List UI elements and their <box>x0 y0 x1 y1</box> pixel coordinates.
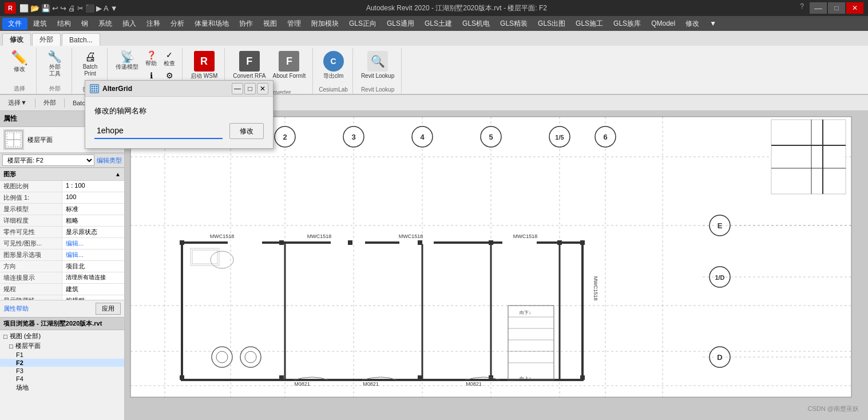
menu-xiezuo[interactable]: 协作 <box>235 18 257 30</box>
dialog-close-btn[interactable]: ✕ <box>257 83 268 94</box>
view-thumbnail <box>3 129 24 150</box>
menu-tichang[interactable]: 体量和场地 <box>190 18 233 30</box>
svg-rect-59 <box>180 375 184 380</box>
prop-row-graphicsopts: 图形显示选项 编辑... <box>0 249 124 261</box>
window-minimize[interactable]: — <box>810 2 827 14</box>
qa-3d[interactable]: ⬛ <box>85 4 94 13</box>
tab-modify[interactable]: 修改 <box>2 33 31 46</box>
menu-glsjidian[interactable]: GLS机电 <box>458 18 494 30</box>
dialog-input-row: 修改 <box>94 123 264 139</box>
svg-rect-65 <box>489 240 493 245</box>
tab-batch[interactable]: Batch... <box>62 33 100 46</box>
pb-item-f1[interactable]: F1 <box>0 351 124 359</box>
menu-charu[interactable]: 插入 <box>118 18 141 30</box>
svg-text:2: 2 <box>283 133 287 141</box>
view-dropdown[interactable]: 楼层平面: F2 <box>2 154 94 166</box>
dialog-submit-btn[interactable]: 修改 <box>229 123 264 139</box>
menu-jianzhu[interactable]: 建筑 <box>29 18 51 30</box>
qa-measure[interactable]: ✂ <box>77 4 84 13</box>
sel-divider1 <box>35 98 35 108</box>
ribbon-btn-aboutFormIt[interactable]: F About FormIt <box>270 49 308 81</box>
menu-fenxi[interactable]: 分析 <box>166 18 189 30</box>
pb-item-site[interactable]: 场地 <box>0 383 124 393</box>
pb-item-f4[interactable]: F4 <box>0 375 124 383</box>
menu-bar: 文件 建筑 结构 钢 系统 插入 注释 分析 体量和场地 协作 视图 管理 附加… <box>0 16 868 31</box>
menu-glszhengxiang[interactable]: GLS正向 <box>344 18 381 30</box>
menu-shitu[interactable]: 视图 <box>259 18 282 30</box>
qa-undo[interactable]: ↩ <box>52 4 58 13</box>
floor-plan-svg: 1 1/1 2 3 4 5 1/5 6 E <box>125 111 868 420</box>
menu-jiegou[interactable]: 结构 <box>53 18 76 30</box>
svg-text:4: 4 <box>420 133 425 141</box>
qa-open[interactable]: 📂 <box>30 4 39 13</box>
pb-item-floorplan[interactable]: □ 楼层平面 <box>0 341 124 351</box>
menu-glstongyong[interactable]: GLS通用 <box>382 18 419 30</box>
pb-item-views[interactable]: □ 视图 (全部) <box>0 331 124 341</box>
menu-glsshigong[interactable]: GLS施工 <box>571 18 608 30</box>
ribbon-btn-modify[interactable]: ✏️ 修改 <box>9 49 30 74</box>
qa-redo[interactable]: ↪ <box>60 4 66 13</box>
properties-title: 属性 <box>3 114 17 124</box>
menu-xitong[interactable]: 系统 <box>94 18 117 30</box>
props-footer: 属性帮助 应用 <box>0 300 124 317</box>
qa-new[interactable]: ⬜ <box>19 4 29 13</box>
svg-rect-60 <box>279 240 284 245</box>
dialog-titlebar[interactable]: AlterGrid — □ ✕ <box>85 81 273 97</box>
canvas-area[interactable]: 1 1/1 2 3 4 5 1/5 6 E <box>125 111 868 420</box>
ribbon-group-external: 🔧 外部工具 外部 <box>38 48 72 94</box>
ribbon-btn-revitlookup[interactable]: 🔍 Revit Lookup <box>359 49 397 81</box>
watermark: CSDN @南楚巫妖 <box>808 405 859 413</box>
ribbon-btn-transfer[interactable]: 📡 传递模型 <box>113 49 141 72</box>
window-maximize[interactable]: □ <box>828 2 845 14</box>
ribbon-btn-help[interactable]: ❓ 帮助 <box>143 49 159 69</box>
edit-type-link[interactable]: 编辑类型 <box>97 156 122 165</box>
tab-wabu[interactable]: 外部 <box>32 33 61 46</box>
qa-render[interactable]: ▶ <box>96 4 102 13</box>
menu-wenjian[interactable]: 文件 <box>2 18 27 30</box>
ribbon-btn-exportclm[interactable]: C 导出clm <box>321 49 346 81</box>
menu-fujiamokuai[interactable]: 附加模块 <box>307 18 343 30</box>
sel-btn-select[interactable]: 选择▼ <box>5 97 30 108</box>
menu-glschutu[interactable]: GLS出图 <box>533 18 570 30</box>
ribbon-btn-wsm[interactable]: R 启动 WSM <box>188 49 220 81</box>
ribbon-group-cesium: C 导出clm CesiumLab <box>314 48 353 94</box>
svg-rect-93 <box>91 85 98 92</box>
menu-glstujian[interactable]: GLS土建 <box>420 18 457 30</box>
menu-guanli[interactable]: 管理 <box>283 18 306 30</box>
svg-text:1/D: 1/D <box>715 274 724 281</box>
prop-section-graphics[interactable]: 图形 ▲ <box>0 168 124 181</box>
help-btn[interactable]: ? <box>795 2 808 14</box>
qa-save[interactable]: 💾 <box>41 4 50 13</box>
alter-grid-dialog: AlterGrid — □ ✕ 修改的轴网名称 修改 <box>85 80 274 149</box>
props-apply-btn[interactable]: 应用 <box>96 303 121 315</box>
menu-gang[interactable]: 钢 <box>77 18 93 30</box>
svg-text:MWC1518: MWC1518 <box>210 233 235 239</box>
props-help-link[interactable]: 属性帮助 <box>3 304 29 313</box>
menu-zhushi[interactable]: 注释 <box>142 18 165 30</box>
dialog-axis-name-input[interactable] <box>94 123 223 139</box>
menu-qmodel[interactable]: QModel <box>647 18 680 29</box>
svg-text:MWC1518: MWC1518 <box>399 233 423 239</box>
qa-settings[interactable]: ▼ <box>110 4 118 13</box>
ribbon-btn-check[interactable]: ✓ 检查 <box>161 49 177 69</box>
ribbon-btn-batch[interactable]: 🖨 BatchPrint <box>80 49 101 79</box>
menu-glszuku[interactable]: GLS族库 <box>609 18 645 30</box>
svg-text:MWC1518: MWC1518 <box>513 233 538 239</box>
pb-item-f3[interactable]: F3 <box>0 367 124 375</box>
svg-text:5: 5 <box>489 133 493 141</box>
window-close[interactable]: ✕ <box>846 2 863 14</box>
dialog-restore-btn[interactable]: □ <box>244 83 256 94</box>
ribbon-btn-wabu[interactable]: 🔧 外部工具 <box>45 49 65 79</box>
menu-xiugai[interactable]: 修改 <box>681 18 704 30</box>
qa-text[interactable]: A <box>104 4 109 13</box>
dialog-minimize-btn[interactable]: — <box>232 83 243 94</box>
menu-more[interactable]: ▼ <box>705 18 721 29</box>
svg-rect-58 <box>180 240 184 245</box>
svg-rect-64 <box>418 375 422 380</box>
qa-print[interactable]: 🖨 <box>68 4 76 13</box>
svg-rect-63 <box>418 240 422 245</box>
sel-btn-external[interactable]: 外部 <box>40 97 60 108</box>
menu-glsjingzhuang[interactable]: GLS精装 <box>496 18 532 30</box>
pb-item-f2[interactable]: F2 <box>0 359 124 367</box>
prop-row-showmodel: 显示模型 标准 <box>0 204 124 215</box>
